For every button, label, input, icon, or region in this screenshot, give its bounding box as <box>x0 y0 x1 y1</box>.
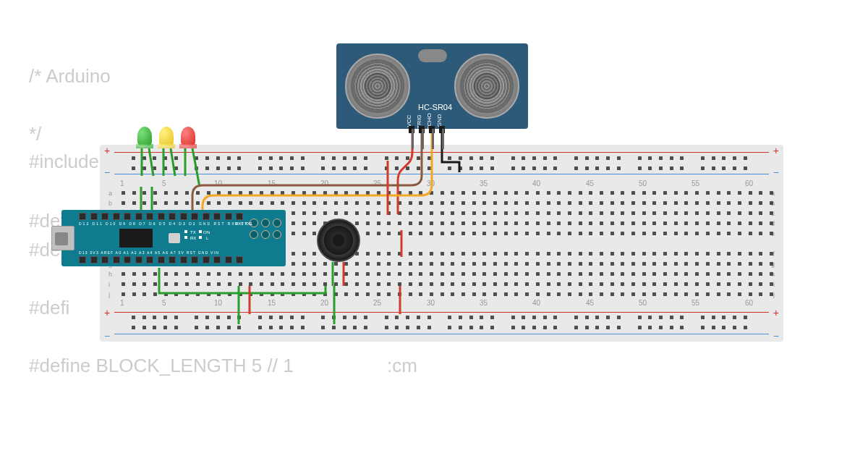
col-25b: 25 <box>373 299 381 307</box>
col-20: 20 <box>320 180 328 187</box>
rail-minus-bot-r: − <box>773 330 779 342</box>
col-55: 55 <box>692 180 699 187</box>
nano-bottom-pin-labels: D13 3V3 AREF A0 A1 A2 A3 A4 A5 A6 A7 5V … <box>79 250 219 255</box>
usb-connector <box>51 226 75 250</box>
rail-plus-top-r: + <box>773 145 779 156</box>
row-h: h <box>109 271 112 278</box>
col-45: 45 <box>586 180 594 187</box>
pin-vcc-label: VCC <box>406 115 412 127</box>
nano-tx-label: TX <box>190 230 196 235</box>
rail-plus-bot: + <box>104 307 110 318</box>
microcontroller-chip <box>119 229 153 248</box>
reset-button[interactable] <box>169 233 180 243</box>
row-b: b <box>109 200 112 207</box>
col-30: 30 <box>427 180 435 187</box>
col-40: 40 <box>532 180 540 187</box>
nano-pins-top <box>79 213 243 220</box>
nano-pins-bottom <box>79 256 243 263</box>
buzzer[interactable] <box>317 219 360 262</box>
crystal <box>418 49 447 62</box>
col-35: 35 <box>480 180 488 187</box>
transducer-right <box>454 54 519 119</box>
col-10b: 10 <box>214 299 222 307</box>
col-45b: 45 <box>586 299 594 307</box>
ultrasonic-sensor[interactable]: HC-SR04 VCC TRIG ECHO GND <box>336 43 528 129</box>
col-50: 50 <box>639 180 647 187</box>
pin-gnd-label: GND <box>436 114 443 127</box>
code-define4b: :cm <box>387 355 417 377</box>
row-a: a <box>109 190 112 197</box>
code-comment-end: */ <box>29 123 41 145</box>
transducer-left <box>345 54 410 119</box>
col-20b: 20 <box>320 299 328 307</box>
nano-on-label: ON <box>203 230 210 235</box>
col-15: 15 <box>268 180 276 187</box>
col-35b: 35 <box>480 299 488 307</box>
col-1b: 1 <box>120 299 124 307</box>
col-40b: 40 <box>532 299 540 307</box>
nano-serial-label: RX0 TX1 <box>235 221 252 226</box>
nano-rx-label: RX <box>190 236 196 240</box>
code-comment: /* Arduino <box>29 65 111 88</box>
led-green[interactable] <box>137 127 152 145</box>
rail-plus-bot-r: + <box>773 307 779 318</box>
code-define3: #defi <box>29 297 69 319</box>
row-j: j <box>109 291 110 298</box>
col-60: 60 <box>745 180 753 187</box>
col-1: 1 <box>120 180 124 187</box>
row-i: i <box>109 281 110 288</box>
col-60b: 60 <box>745 299 753 307</box>
rail-plus-top: + <box>104 145 110 156</box>
col-55b: 55 <box>692 299 699 307</box>
rail-minus-top: − <box>104 166 110 178</box>
col-50b: 50 <box>639 299 647 307</box>
col-25: 25 <box>373 180 381 187</box>
rail-minus-top-r: − <box>773 166 779 178</box>
col-15b: 15 <box>268 299 276 307</box>
col-30b: 30 <box>427 299 435 307</box>
arduino-nano[interactable]: D12 D11 D10 D9 D8 D7 D6 D5 D4 D3 D2 GND … <box>61 210 286 266</box>
nano-l-label: L <box>206 236 208 240</box>
row-i-r: i <box>773 281 775 288</box>
col-5b: 5 <box>162 299 166 307</box>
led-yellow[interactable] <box>159 127 174 145</box>
nano-mounting-holes <box>250 219 281 239</box>
row-j-r: j <box>773 291 775 298</box>
col-10: 10 <box>214 180 222 187</box>
nano-top-pin-labels: D12 D11 D10 D9 D8 D7 D6 D5 D4 D3 D2 GND … <box>79 221 252 226</box>
rail-minus-bot: − <box>104 330 110 342</box>
col-5: 5 <box>162 180 166 187</box>
led-red[interactable] <box>181 127 195 145</box>
code-define4: #define BLOCK_LENGTH 5 // 1 <box>29 355 294 377</box>
sensor-model-label: HC-SR04 <box>418 103 452 111</box>
